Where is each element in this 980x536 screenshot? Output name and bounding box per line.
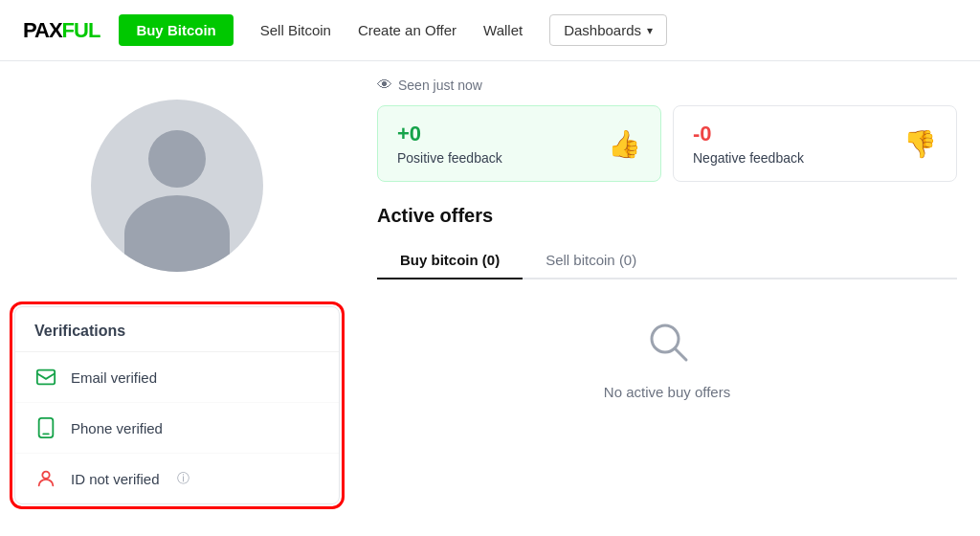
id-not-verified-label: ID not verified xyxy=(71,471,160,487)
email-verified-icon xyxy=(34,366,57,389)
left-panel: Verifications Email verified xyxy=(0,61,354,536)
dashboards-label: Dashboards xyxy=(564,22,641,38)
active-offers-title: Active offers xyxy=(377,205,957,227)
id-not-verified-icon xyxy=(34,467,57,490)
id-verification-item: ID not verified ⓘ xyxy=(15,454,339,503)
positive-feedback-info: +0 Positive feedback xyxy=(397,122,502,166)
create-offer-link[interactable]: Create an Offer xyxy=(358,22,457,38)
phone-verified-icon xyxy=(34,416,57,439)
avatar-head xyxy=(148,130,206,188)
svg-rect-0 xyxy=(37,370,55,385)
avatar-body xyxy=(124,195,230,272)
wallet-link[interactable]: Wallet xyxy=(483,22,523,38)
buy-bitcoin-button[interactable]: Buy Bitcoin xyxy=(119,14,233,46)
eye-icon: 👁 xyxy=(377,77,392,94)
positive-feedback-label: Positive feedback xyxy=(397,150,502,166)
search-icon xyxy=(644,318,690,372)
nav-links: Sell Bitcoin Create an Offer Wallet Dash… xyxy=(260,14,957,46)
negative-feedback-info: -0 Negative feedback xyxy=(693,122,804,166)
email-verified-label: Email verified xyxy=(71,369,157,386)
positive-feedback-card: +0 Positive feedback 👍 xyxy=(377,105,661,182)
negative-feedback-value: -0 xyxy=(693,122,804,146)
email-verification-item: Email verified xyxy=(15,352,339,403)
logo: PAXFUL xyxy=(23,18,100,43)
phone-verification-item: Phone verified xyxy=(15,403,339,454)
svg-point-3 xyxy=(42,472,49,479)
avatar xyxy=(91,100,263,272)
thumbs-up-icon: 👍 xyxy=(608,128,641,160)
negative-feedback-label: Negative feedback xyxy=(693,150,804,166)
no-offers-area: No active buy offers xyxy=(377,279,957,438)
seen-bar: 👁 Seen just now xyxy=(377,61,957,105)
right-panel: 👁 Seen just now +0 Positive feedback 👍 -… xyxy=(354,61,980,536)
feedback-row: +0 Positive feedback 👍 -0 Negative feedb… xyxy=(377,105,957,182)
tab-buy-bitcoin[interactable]: Buy bitcoin (0) xyxy=(377,242,523,279)
positive-feedback-value: +0 xyxy=(397,122,502,146)
thumbs-down-icon: 👎 xyxy=(903,128,937,160)
seen-text: Seen just now xyxy=(398,78,482,93)
main-content: Verifications Email verified xyxy=(0,61,980,536)
profile-section xyxy=(91,80,263,291)
negative-feedback-card: -0 Negative feedback 👎 xyxy=(673,105,957,182)
svg-line-5 xyxy=(675,348,686,360)
dashboards-dropdown[interactable]: Dashboards ▾ xyxy=(549,14,667,46)
chevron-down-icon: ▾ xyxy=(647,24,653,37)
verifications-title: Verifications xyxy=(15,307,339,352)
tab-sell-bitcoin[interactable]: Sell bitcoin (0) xyxy=(523,242,659,279)
id-help-icon[interactable]: ⓘ xyxy=(177,470,189,487)
navbar: PAXFUL Buy Bitcoin Sell Bitcoin Create a… xyxy=(0,0,980,61)
verifications-box: Verifications Email verified xyxy=(14,306,340,504)
sell-bitcoin-link[interactable]: Sell Bitcoin xyxy=(260,22,331,38)
phone-verified-label: Phone verified xyxy=(71,420,163,436)
no-active-offers-text: No active buy offers xyxy=(604,384,730,400)
offers-tabs: Buy bitcoin (0) Sell bitcoin (0) xyxy=(377,242,957,279)
